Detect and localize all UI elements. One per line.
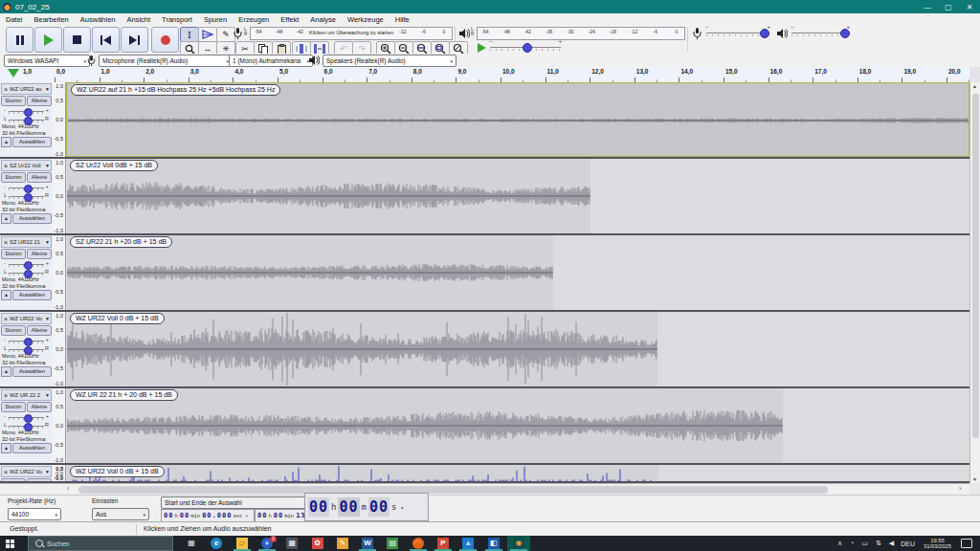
taskbar-app-photos[interactable]: ▲ [457, 536, 479, 551]
track-menu-caret-icon[interactable]: ▼ [44, 316, 51, 321]
audio-clip[interactable]: WZ UR22 Voll 0 dB + 15 dB [67, 312, 657, 386]
track-menu-caret-icon[interactable]: ▼ [44, 392, 51, 398]
clip-title[interactable]: WZ UR 22 21 h + 20 dB + 15 dB [70, 389, 178, 401]
recording-device-dropdown[interactable]: Microphone (Realtek(R) Audio)▾ [99, 55, 233, 67]
taskbar-search-box[interactable]: Suchen [28, 536, 173, 551]
pan-slider[interactable]: LR [3, 191, 50, 200]
start-button[interactable] [6, 540, 14, 548]
taskbar-app-file-explorer[interactable]: ▱ [231, 536, 254, 551]
horizontal-scroll-thumb[interactable] [78, 486, 828, 494]
scroll-down-arrow-icon[interactable]: ▼ [972, 476, 977, 482]
collapse-track-button[interactable]: ▲ [1, 366, 11, 377]
minimize-button[interactable]: — [917, 0, 938, 13]
pan-slider[interactable]: LR [3, 421, 50, 430]
selection-tool-button[interactable]: I [180, 27, 199, 42]
menu-effekt[interactable]: Effekt [275, 15, 304, 24]
vertical-scale-ruler[interactable]: 1,00,50,0-0,5-1,0 [53, 388, 66, 463]
taskbar-app-calculator[interactable]: ▦ [280, 536, 303, 551]
audio-clip[interactable]: WZ UR22 Voll 0 dB + 15 dB [67, 465, 658, 481]
track-title[interactable]: SZ Ur22 Voll [10, 163, 44, 168]
taskbar-app-app-notification-3[interactable]: ●3 [256, 536, 278, 551]
taskbar-app-paint-app[interactable]: ✿ [306, 536, 329, 551]
solo-button[interactable]: Alleine [27, 96, 52, 106]
play-at-speed-button[interactable] [473, 41, 490, 55]
collapse-track-button[interactable]: ▲ [1, 213, 11, 224]
track-close-button[interactable]: × [2, 86, 10, 93]
track-control-panel[interactable]: × SZ Ur22 Voll ▼ Stumm Alleine -+ LR Mon… [0, 159, 53, 233]
track-close-button[interactable]: × [2, 316, 10, 322]
vertical-scale-ruler[interactable]: 1,00,50,0-0,5-1,0 [53, 312, 66, 386]
taskbar-app-blue-app[interactable]: ◧ [482, 536, 505, 551]
taskbar-app-word[interactable]: W [356, 536, 379, 551]
pan-slider[interactable]: LR [3, 344, 50, 353]
solo-button[interactable]: Alleine [27, 249, 52, 259]
waveform-area[interactable]: WZ UR22 auf 21 h +15 dB Hochpass 25 Hz +… [66, 82, 969, 157]
mute-button[interactable]: Stumm [1, 249, 26, 259]
track-menu-caret-icon[interactable]: ▼ [44, 86, 51, 92]
playback-volume-slider[interactable]: –+ [791, 27, 849, 38]
menu-analyse[interactable]: Analyse [304, 15, 342, 24]
track-menu-caret-icon[interactable]: ▼ [44, 163, 51, 168]
track-close-button[interactable]: × [2, 239, 10, 246]
audio-clip[interactable]: WZ UR22 auf 21 h +15 dB Hochpass 25 Hz +… [68, 83, 969, 156]
menu-werkzeuge[interactable]: Werkzeuge [342, 15, 390, 24]
collapse-track-button[interactable]: ▲ [1, 443, 11, 453]
select-track-button[interactable]: Auswählen [12, 366, 52, 377]
draw-tool-button[interactable]: ✎ [216, 27, 235, 42]
solo-button[interactable]: Alleine [27, 402, 52, 412]
track-title[interactable]: WZ UR22 Vo [10, 469, 44, 474]
audio-clip[interactable]: SZ UR22 21 h +20 dB + 15 dB [67, 235, 553, 310]
clip-title[interactable]: SZ Ur22 Voll 0dB + 15 dB [70, 160, 158, 171]
track-control-panel[interactable]: × WZ UR22 au ▼ Stumm Alleine -+ LR Mono,… [0, 82, 53, 157]
skip-to-start-button[interactable] [92, 27, 120, 53]
select-track-button[interactable]: Auswählen [12, 137, 52, 147]
scroll-left-arrow-icon[interactable]: ‹ [67, 485, 69, 492]
waveform-area[interactable]: WZ UR22 Voll 0 dB + 15 dB [66, 465, 969, 481]
volume-icon[interactable]: ◀ [889, 540, 894, 546]
track-title[interactable]: WZ UR22 Vo [10, 316, 44, 321]
menu-spuren[interactable]: Spuren [198, 15, 233, 24]
solo-button[interactable]: Alleine [27, 172, 52, 183]
notification-center-icon[interactable] [961, 539, 972, 548]
scroll-right-arrow-icon[interactable]: › [959, 485, 961, 492]
waveform-area[interactable]: SZ Ur22 Voll 0dB + 15 dB [66, 159, 969, 233]
select-track-button[interactable]: Auswählen [12, 290, 52, 300]
select-track-button[interactable]: Auswählen [12, 213, 52, 224]
taskbar-app-paint3d-app[interactable]: ✎ [331, 536, 354, 551]
clip-title[interactable]: WZ UR22 Voll 0 dB + 15 dB [70, 466, 165, 477]
menu-erzeugen[interactable]: Erzeugen [233, 15, 275, 24]
menu-datei[interactable]: Datei [0, 15, 29, 24]
timeline-ruler[interactable]: 1,0 0,01,02,03,04,05,06,07,08,09,010,011… [0, 67, 969, 83]
audio-clip[interactable]: SZ Ur22 Voll 0dB + 15 dB [67, 159, 590, 233]
field-caret-icon[interactable]: ▾ [400, 504, 404, 511]
waveform-area[interactable]: SZ UR22 21 h +20 dB + 15 dB [66, 235, 969, 310]
mute-button[interactable]: Stumm [1, 96, 26, 106]
play-speed-slider[interactable]: –+ [490, 41, 561, 53]
hidden-icons-chevron[interactable]: ∧ [837, 540, 842, 546]
taskbar-app-edge[interactable]: e [205, 536, 228, 551]
clip-title[interactable]: SZ UR22 21 h +20 dB + 15 dB [70, 236, 172, 248]
waveform-area[interactable]: WZ UR22 Voll 0 dB + 15 dB [66, 312, 969, 386]
menu-ansicht[interactable]: Ansicht [122, 15, 157, 24]
field-caret-icon[interactable]: ▾ [245, 513, 248, 518]
skip-to-end-button[interactable] [121, 27, 148, 53]
track-menu-caret-icon[interactable]: ▼ [44, 239, 51, 245]
scroll-up-arrow-icon[interactable]: ▲ [972, 83, 977, 89]
solo-button[interactable]: Alleine [27, 325, 52, 336]
track-title[interactable]: SZ UR22 21 [10, 239, 44, 245]
track-control-panel[interactable]: × SZ UR22 21 ▼ Stumm Alleine -+ LR Mono,… [0, 235, 53, 310]
pan-slider[interactable]: LR [3, 115, 50, 123]
collapse-track-button[interactable]: ▲ [1, 290, 11, 300]
track-close-button[interactable]: × [2, 392, 10, 399]
track-control-panel[interactable]: × WZ UR22 Vo ▼ Stumm Alleine -+ LR Mono,… [0, 312, 53, 386]
timeline-pin-icon[interactable] [8, 69, 19, 77]
vertical-scroll-thumb[interactable] [972, 94, 979, 438]
track-close-button[interactable]: × [2, 163, 10, 169]
mute-button[interactable]: Stumm [1, 172, 26, 183]
collapse-track-button[interactable]: ▲ [1, 137, 11, 147]
project-rate-dropdown[interactable]: 44100▾ [8, 508, 61, 520]
gain-slider[interactable]: -+ [3, 259, 50, 268]
playback-device-dropdown[interactable]: Speakers (Realtek(R) Audio)▾ [323, 55, 457, 67]
close-button[interactable]: ✕ [959, 0, 980, 13]
audio-host-dropdown[interactable]: Windows WASAPI▾ [4, 55, 90, 67]
